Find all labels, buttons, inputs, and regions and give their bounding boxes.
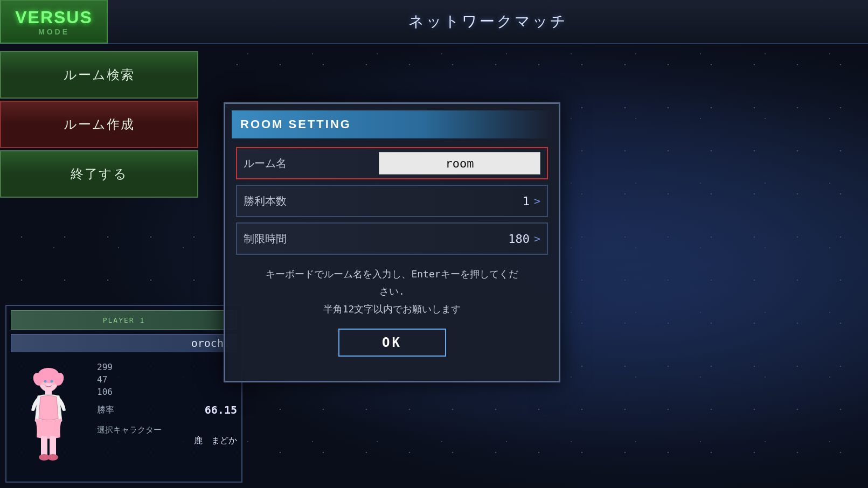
- svg-rect-5: [41, 436, 47, 457]
- ok-button[interactable]: OK: [338, 329, 446, 357]
- top-bar: VERSUS MODE ネットワークマッチ: [0, 0, 868, 44]
- char-select-row: 選択キャラクター 鹿 まどか: [97, 425, 237, 447]
- player-stats: 299 47 106 勝率 66.15 選択キャラクター 鹿 まどか: [86, 357, 237, 464]
- battles-label: 299: [97, 362, 113, 372]
- wins-label: 47: [97, 374, 107, 385]
- char-select-label: 選択キャラクター: [97, 425, 237, 435]
- svg-point-3: [38, 368, 59, 383]
- win-rate-label: 勝率: [97, 405, 114, 416]
- wins-label: 勝利本数: [244, 194, 523, 208]
- wins-row[interactable]: 勝利本数 1 >: [236, 185, 548, 217]
- instruction-text: キーボードでルーム名を入力し、Enterキーを押してくだ さい. 半角12文字以…: [236, 266, 548, 318]
- time-limit-row[interactable]: 制限時間 180 >: [236, 222, 548, 255]
- svg-point-11: [40, 382, 46, 385]
- wins-arrow: >: [534, 194, 540, 207]
- exit-button[interactable]: 終了する: [0, 150, 198, 198]
- time-limit-label: 制限時間: [244, 232, 508, 246]
- room-name-row: ルーム名 room: [236, 147, 548, 179]
- svg-point-8: [47, 454, 58, 461]
- time-limit-value: 180 >: [508, 232, 540, 246]
- modal-title-bar: ROOM SETTING: [232, 110, 552, 138]
- time-limit-arrow: >: [534, 232, 540, 245]
- wins-value: 1 >: [523, 194, 540, 208]
- stat-losses: 106: [97, 387, 237, 397]
- player-card: PLAYER 1 orochi: [5, 305, 242, 483]
- stat-wins: 47: [97, 374, 237, 385]
- char-select-value: 鹿 まどか: [97, 435, 237, 447]
- svg-rect-6: [50, 436, 56, 457]
- character-svg: [22, 367, 75, 464]
- versus-logo: VERSUS MODE: [0, 0, 108, 44]
- left-sidebar: ルーム検索 ルーム作成 終了する: [0, 51, 198, 198]
- room-setting-modal: ROOM SETTING ルーム名 room 勝利本数 1 > 制限時間 180…: [224, 102, 560, 382]
- losses-label: 106: [97, 387, 113, 397]
- svg-point-12: [51, 382, 57, 385]
- character-image: [11, 357, 86, 464]
- modal-title: ROOM SETTING: [240, 117, 351, 131]
- room-create-button[interactable]: ルーム作成: [0, 101, 198, 148]
- win-rate-row: 勝率 66.15: [97, 403, 237, 416]
- stat-battles: 299: [97, 362, 237, 372]
- modal-body: ルーム名 room 勝利本数 1 > 制限時間 180 > キーボードでルーム名…: [225, 138, 559, 365]
- player-name: orochi: [11, 334, 237, 352]
- versus-mode-subtext: MODE: [38, 27, 70, 36]
- player-label: PLAYER 1: [11, 310, 237, 330]
- room-name-input[interactable]: room: [379, 152, 540, 175]
- room-search-button[interactable]: ルーム検索: [0, 51, 198, 99]
- room-name-label: ルーム名: [244, 156, 379, 171]
- win-rate-value: 66.15: [205, 403, 237, 416]
- player-content: 299 47 106 勝率 66.15 選択キャラクター 鹿 まどか: [6, 357, 241, 464]
- versus-logo-text: VERSUS: [15, 8, 93, 27]
- page-title: ネットワークマッチ: [108, 11, 868, 32]
